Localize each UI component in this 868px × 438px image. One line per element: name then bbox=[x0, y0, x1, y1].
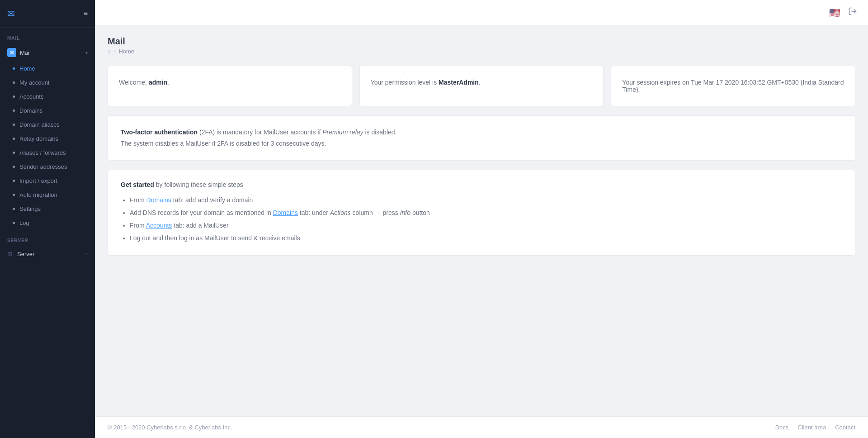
footer-links: Docs Client area Contact bbox=[775, 424, 855, 431]
docs-link[interactable]: Docs bbox=[775, 424, 789, 431]
language-flag[interactable]: 🇺🇸 bbox=[828, 6, 841, 19]
logout-button[interactable] bbox=[848, 7, 857, 18]
nav-item-label: Accounts bbox=[19, 93, 43, 100]
server-nav-left: ⊞ Server bbox=[7, 250, 34, 257]
mail-group-icon: ✉ bbox=[7, 48, 16, 57]
accounts-link[interactable]: Accounts bbox=[146, 222, 172, 229]
nav-item-label: Settings bbox=[19, 205, 41, 212]
nav-dot-icon bbox=[13, 124, 15, 126]
sidebar-item-accounts[interactable]: Accounts bbox=[0, 90, 95, 104]
get-started-header: Get started by following these simple st… bbox=[121, 181, 842, 188]
sidebar-item-auto-migration[interactable]: Auto migration bbox=[0, 188, 95, 202]
breadcrumb: ⌂ › Home bbox=[108, 48, 855, 55]
server-grid-icon: ⊞ bbox=[7, 250, 13, 257]
twofa-line2: The system disables a MailUser if 2FA is… bbox=[121, 138, 842, 149]
permission-card: Your permission level is MasterAdmin. bbox=[359, 66, 604, 106]
get-started-box: Get started by following these simple st… bbox=[108, 170, 855, 256]
nav-dot-icon bbox=[13, 152, 15, 154]
topbar: 🇺🇸 bbox=[95, 0, 868, 25]
domains-link-2[interactable]: Domains bbox=[273, 209, 298, 216]
mail-group-chevron-icon: ▾ bbox=[85, 50, 88, 55]
welcome-card: Welcome, admin. bbox=[108, 66, 352, 106]
welcome-username: admin bbox=[149, 79, 167, 86]
page-title: Mail bbox=[108, 36, 855, 47]
hamburger-menu-icon[interactable]: ≡ bbox=[84, 10, 88, 18]
mail-section-label: MAIL bbox=[0, 28, 95, 43]
cards-row: Welcome, admin. Your permission level is… bbox=[108, 66, 855, 106]
nav-item-label: Domain aliases bbox=[19, 121, 60, 128]
nav-dot-icon bbox=[13, 110, 15, 112]
twofa-bold: Two-factor authentication bbox=[121, 129, 198, 136]
breadcrumb-area: Mail ⌂ › Home bbox=[108, 36, 855, 57]
nav-dot-icon bbox=[13, 81, 15, 84]
home-icon: ⌂ bbox=[108, 48, 111, 55]
server-nav-label: Server bbox=[17, 251, 34, 257]
list-item: From Accounts tab: add a MailUser bbox=[130, 219, 842, 232]
nav-dot-icon bbox=[13, 138, 15, 140]
client-area-link[interactable]: Client area bbox=[797, 424, 826, 431]
info-italic: Info bbox=[400, 209, 410, 216]
permission-level: MasterAdmin bbox=[439, 79, 479, 86]
get-started-list: From Domains tab: add and verify a domai… bbox=[121, 194, 842, 244]
sidebar-header: ✉ ≡ bbox=[0, 0, 95, 28]
twofa-info-box: Two-factor authentication (2FA) is manda… bbox=[108, 115, 855, 161]
nav-item-label: Relay domains bbox=[19, 135, 58, 142]
mail-nav-list: HomeMy accountAccountsDomainsDomain alia… bbox=[0, 62, 95, 230]
sidebar-item-log[interactable]: Log bbox=[0, 216, 95, 230]
server-nav-item[interactable]: ⊞ Server › bbox=[0, 246, 95, 262]
sidebar-item-settings[interactable]: Settings bbox=[0, 202, 95, 216]
list-item: Log out and then log in as MailUser to s… bbox=[130, 232, 842, 244]
nav-item-label: Log bbox=[19, 219, 29, 226]
permission-suffix: . bbox=[479, 79, 481, 86]
breadcrumb-current: Home bbox=[118, 48, 134, 55]
welcome-prefix: Welcome, bbox=[119, 79, 149, 86]
footer-copyright: © 2015 - 2020 Cyberlabs s.r.o. & Cyberla… bbox=[108, 424, 232, 431]
mail-group-label: Mail bbox=[20, 49, 31, 56]
sidebar-item-domain-aliases[interactable]: Domain aliases bbox=[0, 118, 95, 132]
actions-italic: Actions bbox=[330, 209, 351, 216]
sidebar-item-import---export[interactable]: Import / export bbox=[0, 174, 95, 188]
list-item: Add DNS records for your domain as menti… bbox=[130, 206, 842, 219]
nav-item-label: Domains bbox=[19, 107, 42, 114]
nav-dot-icon bbox=[13, 194, 15, 196]
permission-prefix: Your permission level is bbox=[371, 79, 439, 86]
twofa-normal2: is disabled. bbox=[363, 129, 397, 136]
get-started-bold: Get started bbox=[121, 181, 154, 188]
sidebar-item-relay-domains[interactable]: Relay domains bbox=[0, 132, 95, 146]
nav-dot-icon bbox=[13, 67, 15, 70]
content-area: Mail ⌂ › Home Welcome, admin. Your permi… bbox=[95, 25, 868, 416]
twofa-line1: Two-factor authentication (2FA) is manda… bbox=[121, 127, 842, 138]
nav-dot-icon bbox=[13, 222, 15, 224]
sidebar-item-domains[interactable]: Domains bbox=[0, 104, 95, 118]
breadcrumb-separator: › bbox=[114, 48, 116, 54]
mail-logo-icon: ✉ bbox=[7, 8, 15, 19]
sidebar: ✉ ≡ MAIL ✉ Mail ▾ HomeMy accountAccounts… bbox=[0, 0, 95, 438]
sidebar-item-sender-addresses[interactable]: Sender addresses bbox=[0, 160, 95, 174]
twofa-normal1: (2FA) is mandatory for MailUser accounts… bbox=[198, 129, 322, 136]
mail-group[interactable]: ✉ Mail ▾ bbox=[0, 43, 95, 62]
sidebar-item-home[interactable]: Home bbox=[0, 62, 95, 76]
server-nav-arrow-icon: › bbox=[86, 251, 88, 257]
mail-group-left: ✉ Mail bbox=[7, 48, 31, 57]
nav-item-label: My account bbox=[19, 79, 49, 86]
contact-link[interactable]: Contact bbox=[835, 424, 855, 431]
nav-item-label: Sender addresses bbox=[19, 163, 67, 170]
sidebar-item-my-account[interactable]: My account bbox=[0, 76, 95, 90]
footer: © 2015 - 2020 Cyberlabs s.r.o. & Cyberla… bbox=[95, 416, 868, 438]
nav-item-label: Home bbox=[19, 65, 35, 72]
nav-dot-icon bbox=[13, 208, 15, 210]
server-section-label: SERVER bbox=[0, 230, 95, 246]
twofa-italic: Premium relay bbox=[322, 129, 363, 136]
session-card: Your session expires on Tue Mar 17 2020 … bbox=[611, 66, 855, 106]
welcome-suffix: . bbox=[167, 79, 169, 86]
domains-link-1[interactable]: Domains bbox=[146, 196, 171, 204]
nav-item-label: Auto migration bbox=[19, 191, 57, 198]
nav-item-label: Aliases / forwards bbox=[19, 149, 66, 156]
nav-dot-icon bbox=[13, 166, 15, 168]
get-started-normal: by following these simple steps bbox=[154, 181, 243, 188]
nav-dot-icon bbox=[13, 95, 15, 98]
main-area: 🇺🇸 Mail ⌂ › Home Wel bbox=[95, 0, 868, 438]
nav-dot-icon bbox=[13, 180, 15, 182]
sidebar-item-aliases---forwards[interactable]: Aliases / forwards bbox=[0, 146, 95, 160]
nav-item-label: Import / export bbox=[19, 177, 57, 184]
